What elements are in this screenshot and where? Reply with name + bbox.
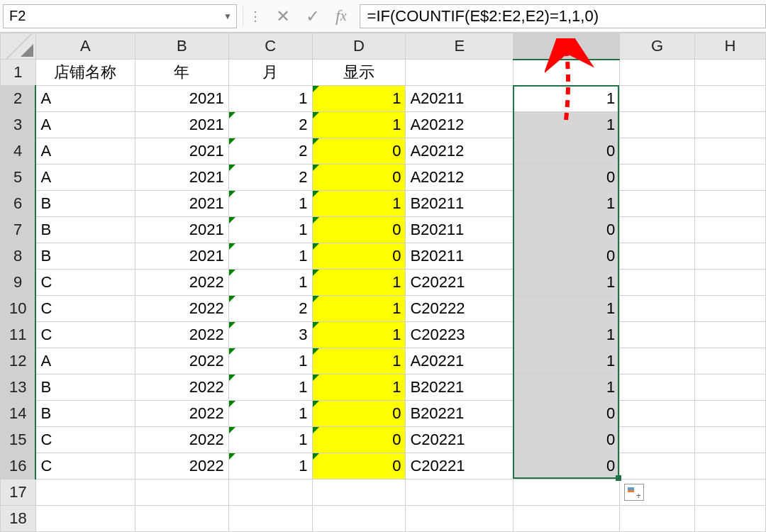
cell-F14[interactable]: 0 — [514, 401, 620, 427]
cell-E13[interactable]: B20221 — [406, 375, 514, 401]
col-header-D[interactable]: D — [312, 33, 406, 60]
cell-G7[interactable] — [620, 217, 695, 243]
cell-A14[interactable]: B — [35, 401, 135, 427]
row-header-17[interactable]: 17 — [1, 480, 36, 506]
cell-H9[interactable] — [695, 270, 766, 296]
name-box[interactable]: F2 ▼ — [3, 4, 237, 28]
cell-G11[interactable] — [620, 322, 695, 348]
cell-E18[interactable] — [406, 506, 514, 532]
cell-G6[interactable] — [620, 191, 695, 217]
row-header-14[interactable]: 14 — [1, 401, 36, 427]
cell-A5[interactable]: A — [35, 165, 135, 191]
cell-F6[interactable]: 1 — [514, 191, 620, 217]
cell-F10[interactable]: 1 — [514, 296, 620, 322]
cell-H6[interactable] — [695, 191, 766, 217]
col-header-E[interactable]: E — [406, 33, 514, 60]
cell-D17[interactable] — [312, 480, 406, 506]
cell-E3[interactable]: A20212 — [406, 112, 514, 138]
row-header-1[interactable]: 1 — [1, 60, 36, 86]
cell-A11[interactable]: C — [35, 322, 135, 348]
cell-B18[interactable] — [135, 506, 228, 532]
fx-icon[interactable]: fx — [335, 6, 347, 26]
cell-D18[interactable] — [312, 506, 406, 532]
cell-C17[interactable] — [228, 480, 312, 506]
enter-icon[interactable]: ✓ — [306, 6, 320, 26]
cell-B9[interactable]: 2022 — [135, 270, 228, 296]
cell-H11[interactable] — [695, 322, 766, 348]
cell-D9[interactable]: 1 — [312, 270, 406, 296]
cell-F9[interactable]: 1 — [514, 270, 620, 296]
cell-H10[interactable] — [695, 296, 766, 322]
row-header-10[interactable]: 10 — [1, 296, 36, 322]
cell-B17[interactable] — [135, 480, 228, 506]
cell-E9[interactable]: C20221 — [406, 270, 514, 296]
col-header-A[interactable]: A — [35, 33, 135, 60]
cell-F2[interactable]: 1 — [514, 86, 620, 112]
cell-B11[interactable]: 2022 — [135, 322, 228, 348]
cell-C5[interactable]: 2 — [228, 165, 312, 191]
cell-C1[interactable]: 月 — [228, 60, 312, 86]
formula-input[interactable]: =IF(COUNTIF(E$2:E2,E2)=1,1,0) — [360, 4, 766, 28]
cell-H1[interactable] — [695, 60, 766, 86]
cell-G4[interactable] — [620, 138, 695, 165]
cell-A16[interactable]: C — [35, 453, 135, 480]
cell-H7[interactable] — [695, 217, 766, 243]
col-header-H[interactable]: H — [695, 33, 766, 60]
row-header-11[interactable]: 11 — [1, 322, 36, 348]
cell-H13[interactable] — [695, 375, 766, 401]
cell-B10[interactable]: 2022 — [135, 296, 228, 322]
cell-B14[interactable]: 2022 — [135, 401, 228, 427]
row-header-16[interactable]: 16 — [1, 453, 36, 480]
cell-F5[interactable]: 0 — [514, 165, 620, 191]
row-header-3[interactable]: 3 — [1, 112, 36, 138]
cell-B4[interactable]: 2021 — [135, 138, 228, 165]
cell-E6[interactable]: B20211 — [406, 191, 514, 217]
select-all-corner[interactable] — [1, 33, 36, 60]
cell-H3[interactable] — [695, 112, 766, 138]
cell-B7[interactable]: 2021 — [135, 217, 228, 243]
cell-B15[interactable]: 2022 — [135, 427, 228, 453]
cell-E4[interactable]: A20212 — [406, 138, 514, 165]
cell-F4[interactable]: 0 — [514, 138, 620, 165]
cell-B12[interactable]: 2022 — [135, 348, 228, 375]
cell-G16[interactable] — [620, 453, 695, 480]
cell-C16[interactable]: 1 — [228, 453, 312, 480]
cell-A12[interactable]: A — [35, 348, 135, 375]
cell-A17[interactable] — [35, 480, 135, 506]
spreadsheet-grid[interactable]: A B C D E F G H 1 店铺名称 年 月 显示 2 A 2021 1… — [0, 33, 766, 532]
cell-C6[interactable]: 1 — [228, 191, 312, 217]
more-icon[interactable]: ⋮ — [249, 9, 263, 24]
row-header-13[interactable]: 13 — [1, 375, 36, 401]
cell-C7[interactable]: 1 — [228, 217, 312, 243]
row-header-8[interactable]: 8 — [1, 243, 36, 270]
cell-A8[interactable]: B — [35, 243, 135, 270]
cell-E17[interactable] — [406, 480, 514, 506]
cell-A6[interactable]: B — [35, 191, 135, 217]
cell-G15[interactable] — [620, 427, 695, 453]
cell-G3[interactable] — [620, 112, 695, 138]
cell-F7[interactable]: 0 — [514, 217, 620, 243]
col-header-G[interactable]: G — [620, 33, 695, 60]
cell-B2[interactable]: 2021 — [135, 86, 228, 112]
cell-D2[interactable]: 1 — [312, 86, 406, 112]
col-header-F[interactable]: F — [514, 33, 620, 60]
row-header-2[interactable]: 2 — [1, 86, 36, 112]
name-box-dropdown-icon[interactable]: ▼ — [223, 11, 232, 21]
cell-H2[interactable] — [695, 86, 766, 112]
cell-H15[interactable] — [695, 427, 766, 453]
cell-D11[interactable]: 1 — [312, 322, 406, 348]
cell-A13[interactable]: B — [35, 375, 135, 401]
cell-H16[interactable] — [695, 453, 766, 480]
cell-E5[interactable]: A20212 — [406, 165, 514, 191]
cell-A4[interactable]: A — [35, 138, 135, 165]
cell-B5[interactable]: 2021 — [135, 165, 228, 191]
cell-D10[interactable]: 1 — [312, 296, 406, 322]
cell-B8[interactable]: 2021 — [135, 243, 228, 270]
cell-C2[interactable]: 1 — [228, 86, 312, 112]
cell-B6[interactable]: 2021 — [135, 191, 228, 217]
autofill-options-button[interactable] — [624, 484, 644, 501]
cell-C9[interactable]: 1 — [228, 270, 312, 296]
cell-C15[interactable]: 1 — [228, 427, 312, 453]
cell-G1[interactable] — [620, 60, 695, 86]
row-header-5[interactable]: 5 — [1, 165, 36, 191]
